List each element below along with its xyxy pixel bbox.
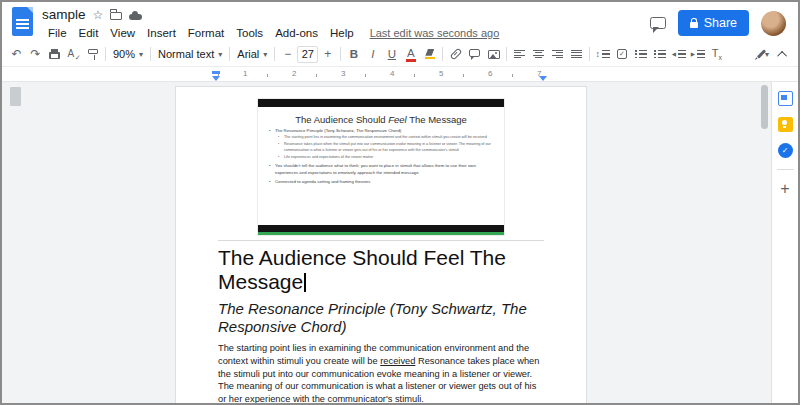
move-folder-icon[interactable] xyxy=(110,12,122,20)
increase-indent-button[interactable] xyxy=(689,45,706,64)
header: sample File Edit View Insert Format Tool… xyxy=(2,2,798,42)
menu-help[interactable]: Help xyxy=(324,27,360,39)
editing-mode-button[interactable] xyxy=(756,45,773,64)
vertical-scrollbar-thumb[interactable] xyxy=(761,85,768,129)
redo-button[interactable] xyxy=(27,45,44,64)
underline-button[interactable]: U xyxy=(383,45,400,64)
font-size-input[interactable]: 27 xyxy=(297,46,318,63)
slide-bullet-text: Life experiences and expectations of the… xyxy=(284,155,373,159)
italic-button[interactable]: I xyxy=(364,45,381,64)
chevron-down-icon xyxy=(218,50,222,59)
document-paragraph[interactable]: The starting point lies in examining the… xyxy=(218,342,544,403)
document-title[interactable]: sample xyxy=(42,7,86,22)
heading-text: The Audience Should Feel The Message xyxy=(218,246,506,293)
clear-formatting-button[interactable]: Tx xyxy=(708,45,725,64)
keep-icon[interactable] xyxy=(778,117,793,132)
font-dropdown[interactable]: Arial xyxy=(233,45,271,64)
menu-addons[interactable]: Add-ons xyxy=(269,27,324,39)
toolbar-separator xyxy=(340,47,341,61)
font-size-decrease-button[interactable] xyxy=(279,45,296,64)
document-status-cloud-icon[interactable] xyxy=(129,14,142,20)
comment-history-icon[interactable] xyxy=(650,17,666,29)
redo-icon xyxy=(30,48,40,60)
highlighter-nib xyxy=(425,49,434,56)
left-margin-marker[interactable] xyxy=(212,76,220,81)
decrease-indent-button[interactable] xyxy=(670,45,687,64)
clear-x: x xyxy=(718,54,722,61)
document-page[interactable]: The Audience Should Feel The Message The… xyxy=(175,86,587,403)
align-left-button[interactable] xyxy=(511,45,528,64)
menu-insert[interactable]: Insert xyxy=(141,27,182,39)
align-center-icon xyxy=(533,50,544,59)
first-line-indent-marker[interactable] xyxy=(212,71,220,74)
checklist-icon xyxy=(617,49,627,59)
subheading-text: The Resonance Principle (Tony Schwartz, … xyxy=(218,300,527,335)
share-button[interactable]: Share xyxy=(678,10,749,36)
styles-dropdown[interactable]: Normal text xyxy=(154,45,226,64)
numbered-list-button[interactable] xyxy=(651,45,668,64)
document-heading[interactable]: The Audience Should Feel The Message xyxy=(218,246,544,294)
tasks-icon[interactable] xyxy=(778,143,793,158)
text-color-letter: A xyxy=(407,47,415,59)
title-row: sample xyxy=(42,5,650,24)
insert-link-button[interactable] xyxy=(447,45,464,64)
bold-icon: B xyxy=(350,48,358,60)
checklist-button[interactable] xyxy=(613,45,630,64)
chevron-up-icon xyxy=(777,50,787,60)
menu-edit[interactable]: Edit xyxy=(73,27,105,39)
zoom-dropdown[interactable]: 90% xyxy=(109,45,147,64)
embedded-slide-image[interactable]: The Audience Should Feel The Message The… xyxy=(258,99,504,235)
menu-format[interactable]: Format xyxy=(182,27,230,39)
text-color-button[interactable]: A xyxy=(402,45,419,64)
lines-icon xyxy=(602,50,610,58)
chevron-down-icon xyxy=(263,50,267,59)
spellcheck-button[interactable]: A xyxy=(65,45,82,64)
menu-bar: File Edit View Insert Format Tools Add-o… xyxy=(42,24,650,41)
get-addons-button[interactable]: + xyxy=(780,181,789,197)
bulleted-list-button[interactable] xyxy=(632,45,649,64)
highlight-color-button[interactable] xyxy=(421,45,438,64)
align-justify-button[interactable] xyxy=(568,45,585,64)
bold-button[interactable]: B xyxy=(345,45,362,64)
slide-bullet-text: The Resonance Principle (Tony Schwartz, … xyxy=(275,128,401,133)
print-icon xyxy=(49,52,60,59)
align-right-button[interactable] xyxy=(549,45,566,64)
paint-roller-icon xyxy=(88,49,98,54)
hide-menus-button[interactable] xyxy=(775,45,792,64)
align-right-icon xyxy=(552,50,563,59)
undo-button[interactable] xyxy=(8,45,25,64)
docs-logo[interactable] xyxy=(12,7,33,36)
insert-image-button[interactable] xyxy=(485,45,502,64)
slide-bullet-text: Connected to agenda setting and framing … xyxy=(275,179,370,184)
header-main: sample File Edit View Insert Format Tool… xyxy=(42,5,650,41)
font-size-increase-button[interactable] xyxy=(319,45,336,64)
add-comment-button[interactable] xyxy=(466,45,483,64)
slide-sub-bullet: Resonance takes place when the stimuli p… xyxy=(277,142,494,153)
account-avatar[interactable] xyxy=(761,11,786,36)
right-margin-marker[interactable] xyxy=(539,76,547,81)
menu-tools[interactable]: Tools xyxy=(230,27,269,39)
right-triangle-icon xyxy=(691,51,695,57)
spellcheck-icon: A xyxy=(68,48,80,61)
menu-view[interactable]: View xyxy=(104,27,141,39)
document-subheading[interactable]: The Resonance Principle (Tony Schwartz, … xyxy=(218,300,544,336)
comment-icon xyxy=(469,49,480,57)
line-spacing-button[interactable] xyxy=(594,45,611,64)
slide-bullet-text: Resonance takes place when the stimuli p… xyxy=(284,142,491,152)
slide-bottom-bar xyxy=(258,225,504,232)
italic-icon: I xyxy=(371,48,374,60)
paint-format-button[interactable] xyxy=(84,45,101,64)
last-edit-link[interactable]: Last edit was seconds ago xyxy=(370,27,500,39)
star-icon[interactable] xyxy=(93,9,104,21)
menu-file[interactable]: File xyxy=(42,27,73,39)
ruler: 1 2 3 4 5 6 7 xyxy=(2,67,798,82)
slide-title-pre: The Audience Should xyxy=(295,114,388,125)
body-underlined-word: received xyxy=(380,356,415,366)
calendar-icon[interactable] xyxy=(778,91,793,106)
image-icon xyxy=(488,50,500,59)
align-center-button[interactable] xyxy=(530,45,547,64)
toolbar-separator xyxy=(274,47,275,61)
document-outline-thumbnail[interactable] xyxy=(10,87,21,106)
number-marks xyxy=(654,50,656,58)
print-button[interactable] xyxy=(46,45,63,64)
